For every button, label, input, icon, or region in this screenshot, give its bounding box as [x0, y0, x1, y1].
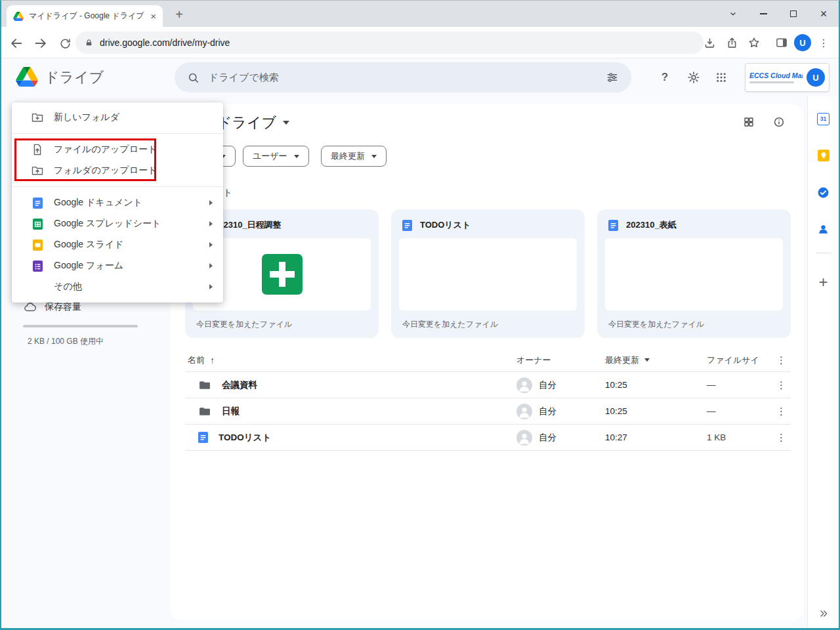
chevron-down-icon	[294, 155, 299, 158]
account-badge[interactable]: ECCS Cloud Mail U	[745, 63, 830, 92]
search-icon[interactable]	[187, 72, 200, 84]
col-header-size[interactable]: ファイルサイ	[700, 354, 772, 366]
browser-profile-avatar[interactable]: U	[794, 34, 811, 51]
sheets-icon	[31, 217, 44, 230]
account-name: ECCS Cloud Mail	[749, 72, 803, 79]
add-addon-plus-icon[interactable]: +	[818, 269, 828, 295]
chevron-down-icon	[283, 121, 289, 125]
view-controls	[743, 116, 785, 128]
browser-tab[interactable]: マイドライブ - Google ドライブ ×	[7, 5, 163, 27]
submenu-arrow-icon	[209, 221, 213, 226]
menu-item-google-sheets[interactable]: Google スプレッドシート	[12, 213, 223, 234]
menu-item-google-slides[interactable]: Google スライド	[12, 234, 223, 255]
account-avatar[interactable]: U	[807, 68, 825, 87]
docs-icon	[402, 220, 412, 231]
download-icon[interactable]	[700, 33, 719, 52]
row-actions-kebab-icon[interactable]: ⋮	[776, 406, 786, 417]
table-row[interactable]: TODOリスト 自分 10:27 1 KB ⋮	[185, 425, 790, 451]
file-card-caption: 今日変更を加えたファイル	[402, 319, 498, 330]
menu-item-more[interactable]: その他	[12, 276, 223, 297]
submenu-arrow-icon	[209, 200, 213, 205]
new-tab-button[interactable]: +	[171, 6, 188, 23]
tab-search-chevron-icon[interactable]	[718, 1, 748, 27]
forward-button[interactable]	[32, 35, 49, 52]
table-header-row: 名前 ↑ オーナー 最終更新 ファイルサイ ⋮	[185, 348, 790, 372]
help-icon[interactable]: ?	[657, 70, 673, 85]
row-actions-kebab-icon[interactable]: ⋮	[776, 432, 786, 444]
reload-button[interactable]	[56, 35, 74, 52]
share-icon[interactable]	[722, 33, 742, 52]
owner-name: 自分	[539, 406, 556, 417]
bookmark-star-icon[interactable]	[744, 33, 764, 52]
owner-name: 自分	[539, 432, 556, 444]
back-button[interactable]	[8, 35, 25, 52]
calendar-icon[interactable]: 31	[808, 100, 839, 137]
sheets-large-icon	[262, 254, 303, 295]
search-placeholder: ドライブで検索	[209, 72, 597, 84]
storage-usage-text: 2 KB / 100 GB 使用中	[28, 336, 104, 347]
file-card-title: 202310_日程調整	[214, 219, 282, 231]
settings-gear-icon[interactable]	[686, 70, 702, 85]
menu-item-folder-upload[interactable]: フォルダのアップロード	[12, 160, 223, 181]
docs-icon	[198, 432, 208, 443]
main-panel: マイドライブ ユーザー 最終更新 ト	[171, 104, 803, 620]
file-card[interactable]: 202310_表紙 今日変更を加えたファイル	[597, 209, 791, 338]
address-bar[interactable]: drive.google.com/drive/my-drive	[75, 32, 704, 54]
search-options-tune-icon[interactable]	[606, 71, 619, 84]
app-name: ドライブ	[45, 68, 104, 87]
filter-chip-user[interactable]: ユーザー	[243, 146, 309, 167]
submenu-arrow-icon	[209, 263, 213, 268]
file-card-caption: 今日変更を加えたファイル	[196, 319, 292, 330]
col-header-owner[interactable]: オーナー	[516, 354, 605, 366]
expand-side-panel-icon[interactable]	[818, 608, 829, 619]
folder-icon	[198, 379, 211, 392]
menu-item-google-forms[interactable]: Google フォーム	[12, 255, 223, 276]
menu-item-label: Google スプレッドシート	[54, 218, 161, 230]
menu-item-google-docs[interactable]: Google ドキュメント	[12, 192, 223, 213]
filter-chip-modified[interactable]: 最終更新	[321, 146, 387, 167]
search-input[interactable]: ドライブで検索	[175, 62, 631, 93]
table-header-kebab-icon[interactable]: ⋮	[776, 354, 786, 366]
row-actions-kebab-icon[interactable]: ⋮	[776, 379, 786, 391]
col-header-modified[interactable]: 最終更新	[605, 354, 639, 366]
window-controls: ×	[718, 1, 839, 27]
grid-view-icon[interactable]	[743, 116, 755, 128]
drive-logo-icon[interactable]	[16, 67, 38, 87]
col-header-name[interactable]: 名前	[188, 354, 205, 366]
menu-item-file-upload[interactable]: ファイルのアップロード	[12, 139, 223, 160]
info-icon[interactable]	[773, 116, 785, 128]
file-name: 会議資料	[222, 379, 257, 391]
url-text: drive.google.com/drive/my-drive	[100, 37, 230, 48]
maximize-button[interactable]	[778, 1, 808, 27]
file-card[interactable]: TODOリスト 今日変更を加えたファイル	[391, 209, 585, 338]
menu-item-label: フォルダのアップロード	[54, 165, 157, 177]
close-window-button[interactable]: ×	[808, 1, 839, 27]
submenu-arrow-icon	[209, 242, 213, 247]
file-name: 日報	[222, 406, 240, 417]
lock-icon	[85, 38, 93, 47]
file-card-caption: 今日変更を加えたファイル	[608, 319, 704, 330]
browser-menu-kebab-icon[interactable]: ⋮	[814, 33, 833, 52]
drive-favicon-icon	[13, 12, 24, 21]
storage-section[interactable]: 保存容量	[24, 301, 81, 314]
tab-close-icon[interactable]: ×	[150, 11, 156, 21]
contacts-icon[interactable]	[808, 211, 839, 247]
owner-avatar	[516, 377, 532, 393]
table-row[interactable]: 日報 自分 10:25 — ⋮	[185, 398, 790, 425]
menu-item-new-folder[interactable]: 新しいフォルダ	[12, 107, 223, 128]
minimize-button[interactable]	[748, 1, 778, 27]
suggested-files: 202310_日程調整 今日変更を加えたファイル TODOリスト 今日変更を加え…	[185, 209, 791, 338]
keep-icon[interactable]	[808, 137, 839, 174]
forms-icon	[31, 259, 44, 272]
storage-label: 保存容量	[45, 301, 81, 313]
google-apps-grid-icon[interactable]	[713, 70, 729, 85]
tab-title: マイドライブ - Google ドライブ	[29, 10, 145, 22]
tasks-icon[interactable]	[808, 174, 839, 211]
chevron-down-icon	[644, 358, 650, 362]
side-panel-icon[interactable]	[772, 33, 791, 52]
menu-item-label: Google ドキュメント	[54, 197, 142, 209]
table-row[interactable]: 会議資料 自分 10:25 — ⋮	[185, 372, 790, 398]
docs-icon	[31, 196, 44, 209]
side-panel-divider	[816, 253, 831, 253]
menu-item-label: その他	[54, 281, 82, 293]
